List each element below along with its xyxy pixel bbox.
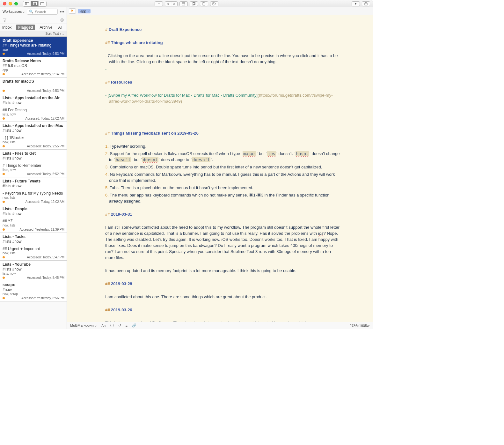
list-item[interactable]: Lists - Apps Installed on the Air#lists …: [0, 94, 67, 122]
filter-icon[interactable]: [3, 18, 7, 22]
sort-label: Sort: Text ↑: [45, 32, 61, 35]
body-text: Clicking on the area next to a line does…: [108, 53, 338, 64]
back-icon[interactable]: <: [165, 2, 171, 6]
item-tags: lists, now: [3, 272, 64, 276]
item-title: Drafts Release Notes: [3, 59, 64, 63]
item-subtitle: #lists #now: [3, 156, 64, 161]
item-title: Draft Experience: [3, 38, 64, 43]
list-item[interactable]: Lists - People#lists #now## YZnow, lists…: [0, 205, 67, 233]
view-mode-segmented[interactable]: [23, 1, 47, 7]
item-title: Drafts for macOS: [3, 79, 64, 84]
tab-archive[interactable]: Archive: [38, 25, 54, 30]
list-item[interactable]: Draft Experience## Things which are irri…: [0, 37, 67, 57]
close-window-button[interactable]: [3, 2, 6, 5]
list-number: 3.: [105, 165, 109, 169]
body-text: Support for the spell checker is flaky. …: [110, 151, 243, 156]
svg-rect-0: [25, 3, 29, 5]
body-text: I am still somewhat conflicted about the…: [105, 225, 340, 236]
h2-marker: ##: [105, 281, 110, 286]
flag-dot-icon: [3, 256, 5, 258]
editor[interactable]: # Draft Experience ## Things which are i…: [67, 15, 373, 322]
info-icon[interactable]: ⓘ: [110, 323, 114, 328]
item-subtitle: ## Things which are irritating: [3, 43, 64, 48]
sidebar-left-icon[interactable]: [23, 1, 31, 6]
draft-list[interactable]: Draft Experience## Things which are irri…: [0, 37, 67, 320]
item-subtitle: #lists #now: [3, 100, 64, 105]
flag-dot-icon: [3, 90, 5, 92]
list-item[interactable]: scrapx#nownow, scrapAccessed: Yesterday,…: [0, 281, 67, 301]
link-icon[interactable]: 🔗: [132, 323, 136, 328]
bullet-marker: -: [105, 53, 106, 58]
list-number: 1.: [105, 144, 109, 149]
nav-back-forward[interactable]: <>: [165, 1, 178, 6]
item-accessed: Accessed: Yesterday, 11:39 PM: [20, 228, 64, 231]
item-tags: now, lists: [3, 251, 64, 255]
list-item[interactable]: Lists - Tasks#lists #now## Urgent + Impo…: [0, 233, 67, 261]
font-button[interactable]: Aa: [101, 324, 106, 328]
split-view-icon[interactable]: [31, 1, 39, 6]
list-item[interactable]: Lists - YouTube#lists #nowlists, nowAcce…: [0, 261, 67, 281]
tab-all[interactable]: All: [57, 25, 63, 30]
item-subtitle2: - [ ] 1Blocker: [3, 136, 64, 140]
flag-dot-icon: [3, 73, 5, 75]
duplicate-button[interactable]: [190, 1, 198, 6]
toolbar-center-group: ＋ <>: [155, 1, 218, 6]
share-button[interactable]: [362, 1, 370, 6]
list-number: 5.: [105, 185, 109, 190]
item-subtitle: #lists #now: [3, 211, 64, 216]
sort-row[interactable]: Sort: Text ↑ ⌵: [0, 31, 67, 37]
h2-marker: ##: [105, 131, 110, 136]
forward-icon[interactable]: >: [172, 2, 177, 6]
item-title: Lists - People: [3, 207, 64, 211]
tag-chip[interactable]: app: [78, 9, 91, 13]
list-item[interactable]: Lists - Files to Get#lists #now# Things …: [0, 150, 67, 177]
list-item[interactable]: Lists - Future Tweets#lists #now- Keychr…: [0, 177, 67, 205]
search-input[interactable]: 🔍 Search: [27, 9, 58, 15]
workspaces-dropdown[interactable]: Workspaces ⌵: [3, 10, 25, 14]
clear-icon[interactable]: [60, 18, 64, 22]
arrange-icon[interactable]: ≡: [126, 324, 128, 328]
more-icon[interactable]: •••: [60, 9, 64, 14]
item-tags: lists, now: [3, 168, 64, 172]
h2-marker: ##: [105, 212, 110, 217]
minimize-window-button[interactable]: [9, 2, 12, 5]
list-item[interactable]: Drafts Release Notes## 5.9 macOSappAcces…: [0, 57, 67, 78]
new-draft-button[interactable]: ＋: [155, 1, 163, 6]
item-tags: lists, now: [3, 113, 64, 116]
syntax-selector[interactable]: MultiMarkdown ⌵: [70, 323, 97, 328]
item-title: Lists - Apps Installed on the Air: [3, 96, 64, 100]
inline-code: macos: [243, 151, 256, 156]
link-text: Swipe my Alfred Workflow for Drafts for …: [109, 93, 257, 98]
item-title: Lists - YouTube: [3, 262, 64, 267]
svg-rect-4: [33, 3, 34, 5]
svg-rect-7: [182, 3, 185, 5]
dropdown-button[interactable]: ▾: [352, 1, 360, 6]
flag-toggle[interactable]: ⚑: [69, 8, 76, 14]
tag-button[interactable]: [210, 1, 218, 6]
list-number: 2.: [105, 151, 109, 156]
tab-flagged[interactable]: Flagged: [16, 25, 35, 30]
h2-marker: ##: [105, 80, 110, 85]
item-accessed: Accessed: Yesterday, 9:14 PM: [21, 72, 64, 76]
flag-dot-icon: [3, 53, 5, 55]
sidebar-right-icon[interactable]: [39, 1, 46, 6]
body-text: I am conflicted about this one. There ar…: [105, 294, 341, 300]
item-subtitle: #lists #now: [3, 239, 64, 244]
flag-dot-icon: [3, 145, 5, 147]
undo-icon[interactable]: ↺: [118, 323, 121, 328]
list-item[interactable]: Lists - Apps Installed on the iMac#lists…: [0, 122, 67, 150]
zoom-window-button[interactable]: [14, 2, 18, 5]
item-subtitle: #now: [3, 287, 64, 292]
h2-text: 2019-03-26: [111, 308, 132, 312]
list-item[interactable]: Drafts for macOSAccessed: Today, 9:53 PM: [0, 78, 67, 94]
item-subtitle2: - Keychron K1 for My Typing Needs: [3, 191, 64, 196]
spellcheck-word: ios: [318, 231, 324, 236]
flag-dot-icon: [3, 173, 5, 175]
chevron-down-icon: ⌵: [23, 10, 25, 13]
item-subtitle: #lists #now: [3, 184, 64, 189]
trash-button[interactable]: [200, 1, 208, 6]
archive-button[interactable]: [179, 1, 188, 6]
h2-text: Things which are irritating: [111, 40, 163, 45]
tab-inbox[interactable]: Inbox: [1, 25, 13, 30]
item-subtitle: [3, 84, 64, 89]
